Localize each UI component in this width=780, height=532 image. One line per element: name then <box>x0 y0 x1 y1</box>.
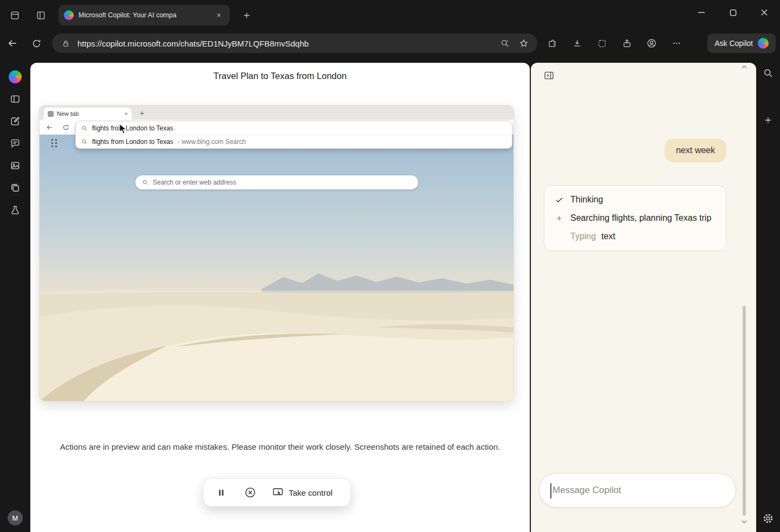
take-control-button[interactable]: Take control <box>272 487 333 498</box>
web-capture-icon[interactable] <box>589 33 614 54</box>
workspaces-icon[interactable] <box>30 5 51 25</box>
suggestion-text: flights from London to Texas <box>92 138 173 146</box>
scroll-down-icon[interactable] <box>741 519 748 524</box>
maximize-icon[interactable] <box>717 0 749 25</box>
edge-right-sidebar <box>756 56 780 532</box>
panel-toggle-icon[interactable] <box>8 93 22 106</box>
message-input[interactable] <box>552 485 723 496</box>
back-icon[interactable] <box>2 33 23 54</box>
tab-actions-icon[interactable] <box>4 5 25 25</box>
status-typing-muted: Typing <box>570 232 596 241</box>
desktop: { "window": { "tab_title": "Microsoft Co… <box>0 0 780 532</box>
status-empty-icon <box>553 231 565 242</box>
ask-copilot-label: Ask Copilot <box>714 39 753 48</box>
minimize-icon[interactable] <box>686 0 717 25</box>
toolbar-icons <box>540 33 689 54</box>
actions-disclaimer: Actions are in preview and can make mist… <box>30 442 530 451</box>
mini-tab-bar: New tab × + <box>40 106 514 120</box>
mini-address-input-row[interactable] <box>76 121 512 135</box>
url-text: https://copilot.microsoft.com/chats/ED1N… <box>77 39 493 48</box>
panel-collapse-icon[interactable] <box>542 69 556 82</box>
favorites-star-icon[interactable] <box>517 36 531 50</box>
search-sparkle-icon[interactable] <box>498 36 512 50</box>
lock-icon <box>58 36 73 50</box>
mini-tab-label: New tab <box>57 110 121 117</box>
extensions-icon[interactable] <box>540 33 564 54</box>
search-icon <box>142 179 148 186</box>
browser-address-bar: https://copilot.microsoft.com/chats/ED1N… <box>0 30 780 56</box>
mini-tab-favicon-icon <box>48 111 54 117</box>
labs-beaker-icon[interactable] <box>8 203 22 216</box>
copilot-actions-view: Travel Plan to Texas from London New tab… <box>30 63 530 532</box>
check-icon <box>553 194 565 206</box>
scroll-up-icon[interactable] <box>741 64 748 70</box>
sidebar-add-icon[interactable] <box>761 113 775 127</box>
window-controls <box>686 0 780 25</box>
mini-browser-content <box>40 135 514 401</box>
user-message-bubble: next week <box>665 139 726 162</box>
profile-icon[interactable] <box>639 33 664 54</box>
copilot-icon <box>758 38 769 49</box>
mini-browser-tab[interactable]: New tab × <box>44 108 132 120</box>
status-step-active: Searching flights, planning Texas trip <box>553 212 717 224</box>
profile-avatar[interactable]: M <box>8 510 23 526</box>
spinner-sparkle-icon <box>553 212 565 224</box>
settings-gear-icon[interactable] <box>761 511 775 526</box>
mini-new-tab-icon[interactable]: + <box>137 108 147 118</box>
tab-title: Microsoft Copilot: Your AI compa <box>79 11 209 19</box>
drag-handle-icon[interactable] <box>51 139 58 149</box>
mini-search-input[interactable] <box>153 179 412 186</box>
status-step-completed: Thinking <box>553 194 717 206</box>
status-step-pending: Typing text <box>553 231 717 242</box>
suggestion-source: - www.bing.com Search <box>178 138 246 146</box>
downloads-icon[interactable] <box>564 33 589 54</box>
browser-tab-copilot[interactable]: Microsoft Copilot: Your AI compa × <box>58 5 230 25</box>
mini-address-suggestion[interactable]: flights from London to Texas - www.bing.… <box>76 135 512 148</box>
actions-browser-window: New tab × + flights from London to Texas… <box>40 106 514 401</box>
mini-back-icon[interactable] <box>44 122 55 133</box>
agent-status-card: Thinking Searching flights, planning Tex… <box>544 185 726 251</box>
compose-icon[interactable] <box>8 115 22 128</box>
copilot-favicon-icon <box>64 10 74 20</box>
media-icon[interactable] <box>8 159 22 172</box>
copilot-chat-panel: next week Thinking Searching flights, pl… <box>531 63 756 532</box>
message-composer[interactable] <box>539 473 736 508</box>
edge-left-sidebar: M <box>0 56 30 532</box>
mini-refresh-icon[interactable] <box>60 122 71 133</box>
status-searching-label: Searching flights, planning Texas trip <box>570 213 711 223</box>
mouse-pointer-icon <box>119 123 128 134</box>
sidebar-search-icon[interactable] <box>761 66 775 80</box>
chats-icon[interactable] <box>8 137 22 150</box>
tab-close-icon[interactable]: × <box>213 10 224 21</box>
tabs-icon[interactable] <box>8 181 22 194</box>
close-icon[interactable] <box>749 0 780 25</box>
text-caret <box>550 483 551 498</box>
mini-address-box: flights from London to Texas - www.bing.… <box>76 121 512 148</box>
status-typing-strong: text <box>601 232 615 241</box>
mini-address-input[interactable] <box>92 121 506 135</box>
browser-tab-strip: Microsoft Copilot: Your AI compa × <box>0 0 780 30</box>
mini-tab-close-icon[interactable]: × <box>125 111 128 117</box>
more-icon[interactable] <box>664 33 689 54</box>
pause-icon[interactable] <box>213 485 229 500</box>
page-title: Travel Plan to Texas from London <box>30 71 530 81</box>
ask-copilot-button[interactable]: Ask Copilot <box>707 34 776 53</box>
action-control-bar: Take control <box>203 478 350 507</box>
refresh-icon[interactable] <box>26 33 47 54</box>
take-control-label: Take control <box>289 488 333 497</box>
copilot-logo-icon[interactable] <box>8 70 22 83</box>
stop-icon[interactable] <box>243 485 258 500</box>
new-tab-background-image <box>40 135 514 401</box>
chat-scrollbar[interactable] <box>743 306 746 516</box>
share-icon[interactable] <box>614 33 639 54</box>
status-thinking-label: Thinking <box>570 195 603 205</box>
new-tab-icon[interactable] <box>236 5 257 25</box>
take-control-icon <box>272 487 284 498</box>
url-field[interactable]: https://copilot.microsoft.com/chats/ED1N… <box>52 34 537 53</box>
mini-search-box[interactable] <box>135 175 418 189</box>
